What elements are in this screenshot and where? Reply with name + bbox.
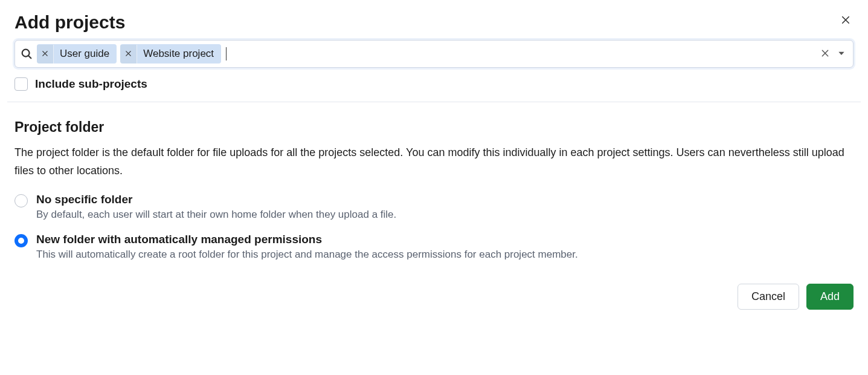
search-controls [820,48,848,60]
search-input[interactable] [230,45,817,62]
project-folder-section: Project folder The project folder is the… [0,102,868,261]
radio-content: New folder with automatically managed pe… [36,233,578,261]
radio-title: No specific folder [36,193,396,206]
radio-title: New folder with automatically managed pe… [36,233,578,246]
section-description: The project folder is the default folder… [14,144,854,180]
chip-remove-button[interactable] [120,45,137,64]
include-subprojects-checkbox[interactable] [14,77,28,91]
chip-label: Website project [137,44,221,64]
project-search[interactable]: User guide Website project [14,40,854,68]
chip-website-project: Website project [120,44,221,64]
close-icon [42,50,48,59]
close-icon [820,48,830,60]
chip-user-guide: User guide [37,44,117,64]
radio-auto-managed-folder[interactable]: New folder with automatically managed pe… [14,233,854,261]
dropdown-toggle[interactable] [837,49,846,59]
search-icon [20,47,33,60]
chip-remove-button[interactable] [37,45,54,64]
radio-input[interactable] [14,234,28,247]
chip-label: User guide [54,44,117,64]
dialog-title: Add projects [14,12,125,33]
include-subprojects-label: Include sub-projects [35,77,147,91]
radio-no-specific-folder[interactable]: No specific folder By default, each user… [14,193,854,221]
section-title: Project folder [14,119,854,135]
clear-all-button[interactable] [820,48,830,60]
svg-line-3 [28,56,31,58]
close-button[interactable] [838,12,854,30]
radio-description: This will automatically create a root fo… [36,249,578,261]
dialog-header: Add projects [0,0,868,40]
chip-list: User guide Website project [37,44,221,64]
folder-radio-group: No specific folder By default, each user… [14,193,854,261]
dialog-footer: Cancel Add [0,261,868,324]
include-subprojects-row: Include sub-projects [0,68,868,102]
add-button[interactable]: Add [806,284,854,310]
close-icon [840,15,851,27]
svg-marker-10 [838,51,844,54]
radio-input[interactable] [14,194,28,207]
close-icon [125,50,132,59]
cancel-button[interactable]: Cancel [738,284,799,310]
add-projects-dialog: Add projects User guide [0,0,868,375]
radio-content: No specific folder By default, each user… [36,193,396,221]
caret-down-icon [837,49,846,59]
text-cursor [226,47,227,60]
radio-description: By default, each user will start at thei… [36,209,396,221]
